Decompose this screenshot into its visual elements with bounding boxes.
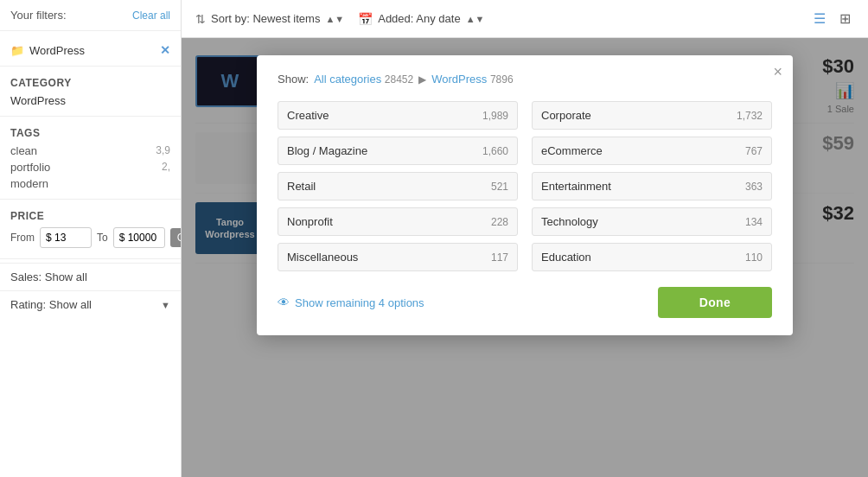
category-count: 134 — [745, 216, 763, 228]
remove-filter-icon[interactable]: ✕ — [160, 43, 170, 57]
content-area: W OKNO - All in One in WordPress / Corpo… — [182, 38, 868, 477]
sales-row: Sales: Show all — [0, 263, 181, 290]
category-label: Creative — [287, 109, 329, 122]
category-label: Retail — [287, 180, 316, 193]
active-filter-item: 📁 WordPress ✕ — [0, 38, 181, 62]
show-remaining-link[interactable]: 👁 Show remaining 4 options — [278, 296, 424, 309]
category-modal: × Show: All categories 28452 ▶ WordPress… — [257, 55, 793, 335]
grid-view-button[interactable]: ⊞ — [836, 9, 854, 29]
eye-icon: 👁 — [278, 296, 290, 309]
category-count: 117 — [491, 251, 508, 264]
tag-label: portfolio — [10, 161, 50, 174]
view-controls: ☰ ⊞ — [810, 9, 854, 29]
filter-value: WordPress — [29, 44, 85, 57]
category-blog-magazine[interactable]: Blog / Magazine 1,660 — [278, 137, 518, 165]
category-miscellaneous[interactable]: Miscellaneous 117 — [278, 243, 518, 271]
all-categories-count: 28452 — [385, 73, 413, 86]
category-retail[interactable]: Retail 521 — [278, 172, 518, 200]
category-section: Category WordPress — [0, 70, 181, 112]
main-content: ⇅ Sort by: Newest items ▲▼ 📅 Added: Any … — [182, 0, 868, 477]
sort-icon: ⇅ — [195, 12, 206, 26]
category-entertainment[interactable]: Entertainment 363 — [532, 172, 772, 200]
show-remaining-label: Show remaining 4 options — [295, 296, 424, 309]
category-count: 110 — [745, 251, 763, 264]
folder-icon: 📁 — [10, 44, 24, 57]
category-label: Education — [541, 251, 591, 264]
category-count: 767 — [745, 145, 763, 157]
category-value: WordPress — [10, 92, 170, 109]
tag-item: modern — [10, 175, 170, 192]
category-nonprofit[interactable]: Nonprofit 228 — [278, 207, 518, 236]
date-control[interactable]: 📅 Added: Any date ▲▼ — [358, 12, 484, 26]
category-count: 1,732 — [737, 110, 763, 122]
breadcrumb-arrow: ▶ — [418, 73, 426, 86]
tag-label: clean — [10, 144, 37, 157]
category-ecommerce[interactable]: eCommerce 767 — [532, 137, 772, 165]
from-price-input[interactable] — [40, 227, 92, 248]
to-price-input[interactable] — [113, 227, 165, 248]
date-dropdown-icon: ▲▼ — [466, 14, 485, 24]
list-view-button[interactable]: ☰ — [810, 9, 829, 29]
tags-section: Tags clean 3,9 portfolio 2, modern — [0, 120, 181, 195]
tag-count: 3,9 — [156, 144, 170, 157]
rating-label: Rating: Show all — [10, 298, 92, 311]
tag-count: 2, — [162, 161, 170, 174]
category-count: 1,660 — [482, 145, 508, 157]
category-creative[interactable]: Creative 1,989 — [278, 101, 518, 130]
to-label: To — [97, 232, 108, 244]
category-label: Miscellaneous — [287, 251, 358, 264]
category-count: 363 — [745, 181, 763, 193]
filters-header: Your filters: Clear all — [0, 9, 181, 31]
all-categories-label: All categories — [314, 73, 381, 86]
done-button[interactable]: Done — [658, 287, 772, 318]
category-education[interactable]: Education 110 — [532, 243, 772, 271]
categories-grid: Creative 1,989 Corporate 1,732 Blog / Ma… — [278, 101, 772, 271]
category-count: 1,989 — [482, 110, 508, 122]
sort-label: Sort by: Newest items — [211, 12, 320, 25]
category-technology[interactable]: Technology 134 — [532, 207, 772, 236]
category-label: Entertainment — [541, 180, 611, 193]
all-categories-link[interactable]: All categories 28452 — [314, 73, 413, 86]
sort-dropdown-icon: ▲▼ — [325, 14, 344, 24]
sidebar: Your filters: Clear all 📁 WordPress ✕ Ca… — [0, 0, 182, 477]
category-count: 521 — [491, 181, 508, 193]
modal-close-button[interactable]: × — [773, 64, 782, 80]
clear-all-link[interactable]: Clear all — [132, 10, 170, 22]
show-label: Show: — [278, 73, 309, 86]
modal-overlay: × Show: All categories 28452 ▶ WordPress… — [182, 38, 868, 477]
category-label: Corporate — [541, 109, 591, 122]
category-label: eCommerce — [541, 144, 603, 157]
rating-arrow-icon: ▼ — [161, 300, 170, 310]
category-label: Technology — [541, 215, 598, 228]
top-bar: ⇅ Sort by: Newest items ▲▼ 📅 Added: Any … — [182, 0, 868, 38]
date-label: Added: Any date — [378, 12, 460, 25]
modal-footer: 👁 Show remaining 4 options Done — [278, 287, 772, 318]
wordpress-filter-link[interactable]: WordPress 7896 — [431, 73, 513, 86]
from-label: From — [10, 232, 35, 244]
tag-label: modern — [10, 177, 48, 190]
sales-label: Sales: Show all — [10, 270, 87, 283]
tag-item: portfolio 2, — [10, 159, 170, 175]
category-label: Nonprofit — [287, 215, 333, 228]
category-count: 228 — [491, 216, 508, 228]
modal-show-row: Show: All categories 28452 ▶ WordPress 7… — [278, 73, 772, 86]
category-label: Blog / Magazine — [287, 144, 367, 157]
rating-row: Rating: Show all ▼ — [0, 290, 181, 318]
price-section: Price From To G — [0, 203, 181, 255]
tag-item: clean 3,9 — [10, 143, 170, 159]
filters-label: Your filters: — [10, 9, 67, 22]
calendar-icon: 📅 — [358, 12, 373, 26]
price-title: Price — [10, 210, 170, 222]
sort-control[interactable]: ⇅ Sort by: Newest items ▲▼ — [195, 12, 344, 26]
category-corporate[interactable]: Corporate 1,732 — [532, 101, 772, 130]
price-go-button[interactable]: G — [170, 228, 182, 247]
tags-title: Tags — [10, 127, 170, 139]
category-title: Category — [10, 77, 170, 89]
